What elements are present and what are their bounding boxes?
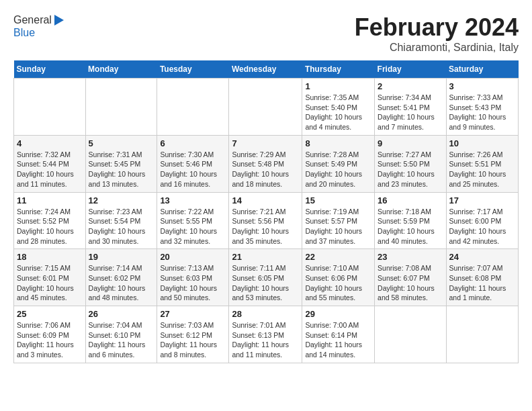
day-number: 27	[160, 309, 226, 319]
svg-marker-0	[54, 15, 64, 26]
day-number: 4	[17, 138, 83, 148]
day-number: 26	[89, 309, 154, 319]
calendar-cell: 6Sunrise: 7:30 AM Sunset: 5:46 PM Daylig…	[157, 135, 229, 192]
day-info: Sunrise: 7:14 AM Sunset: 6:02 PM Dayligh…	[89, 263, 154, 303]
header-row: SundayMondayTuesdayWednesdayThursdayFrid…	[14, 60, 519, 79]
day-number: 11	[17, 195, 83, 205]
day-info: Sunrise: 7:35 AM Sunset: 5:40 PM Dayligh…	[305, 93, 371, 132]
day-number: 17	[449, 195, 515, 205]
calendar-cell	[229, 79, 302, 136]
calendar-cell: 25Sunrise: 7:06 AM Sunset: 6:09 PM Dayli…	[14, 306, 86, 363]
calendar-cell: 29Sunrise: 7:00 AM Sunset: 6:14 PM Dayli…	[302, 306, 375, 363]
header-cell-friday: Friday	[375, 60, 446, 79]
logo-arrow-icon	[52, 13, 65, 27]
calendar-week-1: 1Sunrise: 7:35 AM Sunset: 5:40 PM Daylig…	[14, 79, 519, 136]
calendar-cell: 15Sunrise: 7:19 AM Sunset: 5:57 PM Dayli…	[302, 192, 375, 249]
calendar-cell: 3Sunrise: 7:33 AM Sunset: 5:43 PM Daylig…	[446, 79, 518, 136]
calendar-table: SundayMondayTuesdayWednesdayThursdayFrid…	[13, 60, 519, 363]
calendar-cell: 22Sunrise: 7:10 AM Sunset: 6:06 PM Dayli…	[302, 249, 375, 306]
day-number: 23	[378, 252, 443, 262]
calendar-cell: 28Sunrise: 7:01 AM Sunset: 6:13 PM Dayli…	[229, 306, 302, 363]
day-number: 21	[232, 252, 299, 262]
day-info: Sunrise: 7:13 AM Sunset: 6:03 PM Dayligh…	[160, 263, 226, 303]
day-number: 18	[17, 252, 83, 262]
calendar-cell: 19Sunrise: 7:14 AM Sunset: 6:02 PM Dayli…	[85, 249, 157, 306]
day-number: 20	[160, 252, 226, 262]
day-info: Sunrise: 7:28 AM Sunset: 5:49 PM Dayligh…	[305, 150, 371, 189]
day-number: 10	[449, 138, 515, 148]
day-info: Sunrise: 7:22 AM Sunset: 5:55 PM Dayligh…	[160, 207, 226, 246]
header-cell-thursday: Thursday	[302, 60, 375, 79]
calendar-cell: 24Sunrise: 7:07 AM Sunset: 6:08 PM Dayli…	[446, 249, 518, 306]
day-number: 1	[305, 81, 371, 91]
day-number: 19	[89, 252, 154, 262]
calendar-cell: 7Sunrise: 7:29 AM Sunset: 5:48 PM Daylig…	[229, 135, 302, 192]
calendar-cell: 13Sunrise: 7:22 AM Sunset: 5:55 PM Dayli…	[157, 192, 229, 249]
day-number: 15	[305, 195, 371, 205]
header-cell-tuesday: Tuesday	[157, 60, 229, 79]
day-number: 28	[232, 309, 299, 319]
day-number: 12	[89, 195, 154, 205]
calendar-cell: 4Sunrise: 7:32 AM Sunset: 5:44 PM Daylig…	[14, 135, 86, 192]
day-info: Sunrise: 7:21 AM Sunset: 5:56 PM Dayligh…	[232, 207, 299, 246]
calendar-week-4: 18Sunrise: 7:15 AM Sunset: 6:01 PM Dayli…	[14, 249, 519, 306]
day-number: 25	[17, 309, 83, 319]
day-info: Sunrise: 7:27 AM Sunset: 5:50 PM Dayligh…	[378, 150, 443, 189]
day-number: 5	[89, 138, 154, 148]
calendar-cell: 16Sunrise: 7:18 AM Sunset: 5:59 PM Dayli…	[375, 192, 446, 249]
title-block: February 2024 Chiaramonti, Sardinia, Ita…	[355, 13, 519, 54]
day-info: Sunrise: 7:32 AM Sunset: 5:44 PM Dayligh…	[17, 150, 83, 189]
day-info: Sunrise: 7:26 AM Sunset: 5:51 PM Dayligh…	[449, 150, 515, 189]
calendar-cell: 21Sunrise: 7:11 AM Sunset: 6:05 PM Dayli…	[229, 249, 302, 306]
day-number: 7	[232, 138, 299, 148]
header-cell-saturday: Saturday	[446, 60, 518, 79]
day-number: 6	[160, 138, 226, 148]
calendar-title: February 2024	[355, 13, 519, 42]
logo-general-text: General	[13, 14, 52, 26]
calendar-cell: 2Sunrise: 7:34 AM Sunset: 5:41 PM Daylig…	[375, 79, 446, 136]
day-number: 3	[449, 81, 515, 91]
calendar-cell: 5Sunrise: 7:31 AM Sunset: 5:45 PM Daylig…	[85, 135, 157, 192]
calendar-week-2: 4Sunrise: 7:32 AM Sunset: 5:44 PM Daylig…	[14, 135, 519, 192]
calendar-cell	[446, 306, 518, 363]
day-number: 8	[305, 138, 371, 148]
calendar-cell: 9Sunrise: 7:27 AM Sunset: 5:50 PM Daylig…	[375, 135, 446, 192]
day-info: Sunrise: 7:33 AM Sunset: 5:43 PM Dayligh…	[449, 93, 515, 132]
logo: General Blue	[13, 13, 65, 39]
day-info: Sunrise: 7:04 AM Sunset: 6:10 PM Dayligh…	[89, 320, 154, 360]
calendar-cell: 1Sunrise: 7:35 AM Sunset: 5:40 PM Daylig…	[302, 79, 375, 136]
day-info: Sunrise: 7:31 AM Sunset: 5:45 PM Dayligh…	[89, 150, 154, 189]
day-info: Sunrise: 7:00 AM Sunset: 6:14 PM Dayligh…	[305, 320, 371, 360]
page-header: General Blue February 2024 Chiaramonti, …	[13, 13, 519, 54]
calendar-cell	[85, 79, 157, 136]
day-info: Sunrise: 7:06 AM Sunset: 6:09 PM Dayligh…	[17, 320, 83, 360]
header-cell-sunday: Sunday	[14, 60, 86, 79]
calendar-cell: 11Sunrise: 7:24 AM Sunset: 5:52 PM Dayli…	[14, 192, 86, 249]
day-info: Sunrise: 7:10 AM Sunset: 6:06 PM Dayligh…	[305, 263, 371, 303]
day-info: Sunrise: 7:17 AM Sunset: 6:00 PM Dayligh…	[449, 207, 515, 246]
day-number: 22	[305, 252, 371, 262]
day-number: 13	[160, 195, 226, 205]
calendar-cell	[375, 306, 446, 363]
day-number: 29	[305, 309, 371, 319]
day-info: Sunrise: 7:30 AM Sunset: 5:46 PM Dayligh…	[160, 150, 226, 189]
logo-blue-text: Blue	[13, 27, 35, 39]
day-number: 16	[378, 195, 443, 205]
calendar-cell: 20Sunrise: 7:13 AM Sunset: 6:03 PM Dayli…	[157, 249, 229, 306]
calendar-cell: 14Sunrise: 7:21 AM Sunset: 5:56 PM Dayli…	[229, 192, 302, 249]
day-info: Sunrise: 7:29 AM Sunset: 5:48 PM Dayligh…	[232, 150, 299, 189]
day-info: Sunrise: 7:24 AM Sunset: 5:52 PM Dayligh…	[17, 207, 83, 246]
header-cell-monday: Monday	[85, 60, 157, 79]
calendar-week-5: 25Sunrise: 7:06 AM Sunset: 6:09 PM Dayli…	[14, 306, 519, 363]
calendar-week-3: 11Sunrise: 7:24 AM Sunset: 5:52 PM Dayli…	[14, 192, 519, 249]
calendar-body: 1Sunrise: 7:35 AM Sunset: 5:40 PM Daylig…	[14, 79, 519, 363]
day-info: Sunrise: 7:11 AM Sunset: 6:05 PM Dayligh…	[232, 263, 299, 303]
calendar-cell: 17Sunrise: 7:17 AM Sunset: 6:00 PM Dayli…	[446, 192, 518, 249]
calendar-cell: 27Sunrise: 7:03 AM Sunset: 6:12 PM Dayli…	[157, 306, 229, 363]
calendar-cell	[157, 79, 229, 136]
calendar-cell: 18Sunrise: 7:15 AM Sunset: 6:01 PM Dayli…	[14, 249, 86, 306]
day-info: Sunrise: 7:23 AM Sunset: 5:54 PM Dayligh…	[89, 207, 154, 246]
day-info: Sunrise: 7:07 AM Sunset: 6:08 PM Dayligh…	[449, 263, 515, 303]
day-number: 14	[232, 195, 299, 205]
day-info: Sunrise: 7:19 AM Sunset: 5:57 PM Dayligh…	[305, 207, 371, 246]
